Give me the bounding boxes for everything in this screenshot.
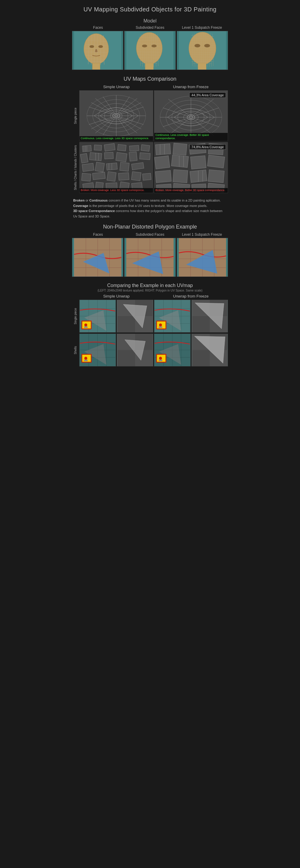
uv-row-shells: Shells / Charts / Islands / Clusters xyxy=(72,142,228,193)
uv-shells-freeze: 74,8% Area Coverage Broken. More coverag… xyxy=(154,142,228,193)
svg-point-90 xyxy=(115,115,118,117)
svg-point-16 xyxy=(98,45,103,48)
uv-row1-label: Single piece xyxy=(72,90,79,141)
page-wrapper: UV Mapping Subdivded Objects for 3D Pain… xyxy=(69,0,231,373)
svg-rect-115 xyxy=(104,152,113,159)
uv-single-simple: Continuous. Less coverage. Less 3D space… xyxy=(79,90,153,141)
model-label: Model xyxy=(72,18,228,24)
area-coverage-2: 74,8% Area Coverage xyxy=(189,144,226,150)
svg-rect-119 xyxy=(82,163,94,172)
svg-rect-258 xyxy=(159,360,162,362)
svg-rect-143 xyxy=(155,144,171,155)
svg-rect-118 xyxy=(140,153,150,160)
svg-rect-108 xyxy=(94,145,102,151)
compare-single-simple-uv xyxy=(117,300,154,333)
svg-rect-111 xyxy=(129,145,139,151)
svg-point-221 xyxy=(159,323,162,327)
svg-rect-152 xyxy=(173,169,188,183)
compare-row-single: Single piece xyxy=(72,300,228,333)
area-coverage-1: 44,3% Area Coverage xyxy=(189,92,226,98)
svg-rect-154 xyxy=(208,170,224,183)
uv-shells-simple-status: Broken. More coverage. Less 3D space cor… xyxy=(80,188,153,193)
svg-point-203 xyxy=(84,323,87,327)
svg-rect-153 xyxy=(190,170,207,183)
svg-rect-144 xyxy=(173,143,187,155)
nonplanar-col-headers: Faces Subdivided Faces Level 1 Subpatch … xyxy=(72,232,228,237)
compare-single-images xyxy=(79,300,228,333)
svg-rect-122 xyxy=(120,162,129,171)
svg-rect-150 xyxy=(207,155,225,168)
uv-row1-images: Continuous. Less coverage. Less 3D space… xyxy=(79,90,228,141)
compare-row1-label: Single piece xyxy=(72,300,79,333)
svg-rect-17 xyxy=(92,63,100,70)
comparing-title: Comparing the Example in each UVmap xyxy=(72,283,228,288)
comparing-subtitle: (LEFT: 2048x2048 texture applyed. RIGHT:… xyxy=(72,289,228,292)
comparing-col-headers: Simple Unwrap Unwrap from Freeze xyxy=(72,294,228,299)
svg-point-239 xyxy=(84,357,87,360)
svg-rect-148 xyxy=(171,155,188,168)
svg-rect-112 xyxy=(141,145,150,152)
svg-point-39 xyxy=(142,44,147,48)
svg-rect-124 xyxy=(82,173,91,181)
uv-single-freeze: 44,3% Area Coverage Continuous. Less cov… xyxy=(154,90,228,141)
svg-rect-116 xyxy=(116,152,127,162)
nonplanar-faces-image xyxy=(72,238,123,277)
uv-single-freeze-status: Continuous. Less coverage. Better 3D spa… xyxy=(154,133,228,141)
uv-comparison-section: UV Maps Comparison Simple Unwrap Unwrap … xyxy=(72,76,228,193)
svg-point-105 xyxy=(189,116,193,119)
uv-col-headers: Simple Unwrap Unwrap from Freeze xyxy=(72,85,228,89)
uv-shells-freeze-status: Broken. More coverage. Better 3D space c… xyxy=(154,188,228,193)
info-text: Broken or Continuous concern if the UV h… xyxy=(73,198,227,219)
comparing-col-simple: Simple Unwrap xyxy=(79,294,154,299)
compare-row-shells: Shells xyxy=(72,334,228,367)
compare-shells-images xyxy=(79,334,228,367)
nonplanar-freeze-image xyxy=(177,238,228,277)
svg-rect-222 xyxy=(159,327,162,328)
svg-point-69 xyxy=(194,44,201,48)
svg-rect-126 xyxy=(107,172,116,182)
compare-shells-freeze-uv xyxy=(191,334,228,367)
uv-col-simple: Simple Unwrap xyxy=(79,85,154,89)
svg-rect-109 xyxy=(104,143,115,151)
svg-rect-149 xyxy=(190,156,206,169)
svg-rect-151 xyxy=(155,170,171,183)
nonplanar-images xyxy=(72,238,228,277)
svg-rect-240 xyxy=(84,360,88,362)
compare-shells-simple-uv xyxy=(117,334,154,367)
model-subdivided-image xyxy=(124,31,176,70)
svg-rect-147 xyxy=(154,156,170,169)
compare-single-freeze-tex xyxy=(154,300,191,333)
svg-rect-110 xyxy=(117,144,126,151)
uv-col-freeze: Unwrap from Freeze xyxy=(154,85,228,89)
svg-rect-128 xyxy=(131,172,141,181)
nonplanar-col-subdivided: Subdivided Faces xyxy=(124,232,176,237)
main-title: UV Mapping Subdivded Objects for 3D Pain… xyxy=(72,6,228,13)
svg-rect-71 xyxy=(198,63,206,70)
svg-point-40 xyxy=(151,44,157,48)
nonplanar-col-freeze: Level 1 Subpatch Freeze xyxy=(176,232,228,237)
model-col-freeze: Level 1 Subpatch Freeze xyxy=(176,26,228,30)
compare-shells-simple-tex xyxy=(79,334,116,367)
uv-shells-simple: Broken. More coverage. Less 3D space cor… xyxy=(79,142,153,193)
uv-single-simple-status: Continuous. Less coverage. Less 3D space… xyxy=(80,136,153,141)
svg-rect-120 xyxy=(95,162,105,172)
compare-single-simple-tex xyxy=(79,300,116,333)
svg-rect-127 xyxy=(119,173,129,180)
compare-single-freeze-uv xyxy=(191,300,228,333)
uv-row2-label: Shells / Charts / Islands / Clusters xyxy=(72,142,79,193)
svg-rect-117 xyxy=(129,152,137,161)
svg-point-15 xyxy=(89,45,94,48)
model-col-headers: Faces Subdivided Faces Level 1 Subpatch … xyxy=(72,26,228,30)
nonplanar-col-faces: Faces xyxy=(72,232,124,237)
nonplanar-section: Non-Planar Distorted Polygon Example Fac… xyxy=(72,224,228,277)
comparing-section: Comparing the Example in each UVmap (LEF… xyxy=(72,283,228,367)
comparison-title: UV Maps Comparison xyxy=(72,76,228,82)
svg-rect-125 xyxy=(92,172,105,180)
nonplanar-title: Non-Planar Distorted Polygon Example xyxy=(72,224,228,230)
nonplanar-subdivided-image xyxy=(124,238,176,277)
svg-rect-129 xyxy=(143,173,151,180)
model-images xyxy=(72,31,228,70)
model-faces-image xyxy=(72,31,123,70)
svg-rect-41 xyxy=(145,63,154,70)
model-section: Model Faces Subdivided Faces Level 1 Sub… xyxy=(72,18,228,70)
